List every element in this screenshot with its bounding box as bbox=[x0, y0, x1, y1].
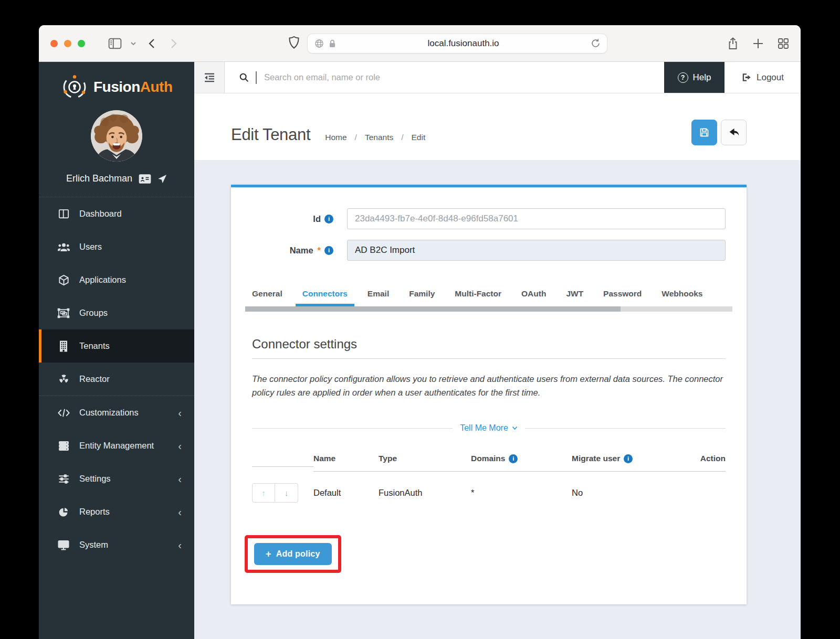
sign-out-icon bbox=[741, 72, 752, 82]
monitor-icon bbox=[57, 539, 70, 551]
zoom-window-button[interactable] bbox=[78, 40, 85, 47]
annotation-highlight-box: + Add policy bbox=[245, 535, 341, 573]
server-icon bbox=[57, 440, 70, 452]
info-icon[interactable]: i bbox=[324, 215, 333, 223]
tab-email[interactable]: Email bbox=[361, 285, 396, 306]
sidebar-item-applications[interactable]: Applications bbox=[39, 263, 194, 296]
content-area: Id i Name* i General Connectors bbox=[194, 160, 801, 639]
screen: local.fusionauth.io bbox=[0, 0, 840, 639]
fusionauth-logo-icon bbox=[62, 74, 87, 100]
minimize-window-button[interactable] bbox=[64, 40, 71, 47]
name-row: Name* i bbox=[252, 240, 726, 261]
table-cell-domains: * bbox=[471, 476, 572, 509]
help-button[interactable]: ? Help bbox=[664, 62, 724, 93]
tab-multi-factor[interactable]: Multi-Factor bbox=[448, 285, 508, 306]
help-label: Help bbox=[693, 72, 711, 83]
required-asterisk: * bbox=[318, 246, 321, 255]
table-header-migrate-user: Migrate user i bbox=[572, 446, 694, 472]
tab-family[interactable]: Family bbox=[402, 285, 442, 306]
address-bar[interactable]: local.fusionauth.io bbox=[307, 34, 607, 54]
sidebar-item-settings[interactable]: Settings ‹ bbox=[39, 462, 194, 495]
move-up-button[interactable]: ↑ bbox=[252, 483, 275, 503]
share-icon[interactable] bbox=[727, 37, 739, 50]
sidebar-item-customizations[interactable]: Customizations ‹ bbox=[39, 396, 194, 429]
breadcrumb-home[interactable]: Home bbox=[325, 133, 346, 142]
info-icon[interactable]: i bbox=[324, 246, 333, 255]
tab-overview-icon[interactable] bbox=[778, 38, 789, 49]
move-down-button[interactable]: ↓ bbox=[275, 483, 298, 503]
save-icon bbox=[699, 127, 710, 138]
question-circle-icon: ? bbox=[678, 72, 688, 83]
user-avatar[interactable] bbox=[91, 110, 142, 162]
undo-button[interactable] bbox=[721, 120, 747, 145]
tab-connectors[interactable]: Connectors bbox=[296, 285, 354, 306]
undo-arrow-icon bbox=[728, 127, 740, 138]
globe-icon bbox=[314, 38, 324, 49]
tenant-id-field[interactable] bbox=[347, 208, 726, 229]
logout-label: Logout bbox=[757, 72, 784, 83]
tell-me-more-divider: Tell Me More bbox=[252, 423, 726, 433]
outdent-icon bbox=[203, 71, 216, 83]
collapsed-chevron-icon: ‹ bbox=[178, 540, 182, 550]
sidebar-nav: Dashboard Users Applications Groups Tena… bbox=[39, 197, 194, 561]
info-icon[interactable]: i bbox=[509, 454, 518, 463]
groups-icon bbox=[57, 307, 70, 319]
id-row: Id i bbox=[252, 208, 726, 229]
collapsed-chevron-icon: ‹ bbox=[178, 408, 182, 418]
reload-icon[interactable] bbox=[591, 38, 601, 48]
divider-line bbox=[252, 428, 453, 429]
collapse-sidebar-button[interactable] bbox=[194, 62, 225, 93]
divider-line bbox=[525, 428, 726, 429]
sidebar-item-reports[interactable]: Reports ‹ bbox=[39, 495, 194, 528]
sliders-icon bbox=[57, 473, 70, 485]
tabs-scrollbar[interactable] bbox=[245, 306, 732, 312]
breadcrumb-tenants[interactable]: Tenants bbox=[365, 133, 393, 142]
tab-webhooks[interactable]: Webhooks bbox=[655, 285, 709, 306]
id-label: Id i bbox=[252, 214, 333, 224]
tab-general[interactable]: General bbox=[245, 285, 289, 306]
sidebar-item-groups[interactable]: Groups bbox=[39, 296, 194, 329]
forward-icon[interactable] bbox=[170, 38, 177, 49]
search-icon bbox=[238, 72, 249, 83]
sidebar-item-users[interactable]: Users bbox=[39, 230, 194, 263]
privacy-shield-icon[interactable] bbox=[288, 36, 300, 51]
sidebar-item-system[interactable]: System ‹ bbox=[39, 528, 194, 561]
info-icon[interactable]: i bbox=[624, 454, 633, 463]
tab-password[interactable]: Password bbox=[596, 285, 648, 306]
back-icon[interactable] bbox=[148, 38, 155, 49]
paper-plane-icon[interactable] bbox=[158, 174, 167, 184]
section-heading: Connector settings bbox=[252, 337, 726, 359]
new-tab-icon[interactable] bbox=[752, 38, 764, 49]
user-name: Erlich Bachman bbox=[66, 173, 132, 184]
collapsed-chevron-icon: ‹ bbox=[178, 474, 182, 484]
search-zone bbox=[225, 62, 664, 93]
tab-jwt[interactable]: JWT bbox=[559, 285, 590, 306]
search-input[interactable] bbox=[263, 72, 484, 83]
table-header-action: Action bbox=[694, 446, 726, 472]
tell-me-more-link[interactable]: Tell Me More bbox=[460, 423, 518, 433]
id-card-icon[interactable] bbox=[139, 174, 151, 184]
save-button[interactable] bbox=[691, 120, 717, 145]
sidebar-toggle-icon[interactable] bbox=[108, 38, 122, 49]
sidebar-item-tenants[interactable]: Tenants bbox=[39, 329, 194, 363]
table-header-name: Name bbox=[313, 446, 379, 472]
tenant-name-field[interactable] bbox=[347, 240, 726, 261]
applications-icon bbox=[57, 274, 70, 286]
table-cell-name: Default bbox=[313, 476, 379, 509]
tenant-tabs: General Connectors Email Family Multi-Fa… bbox=[245, 285, 726, 306]
fusionauth-logo[interactable]: FusionAuth bbox=[39, 62, 194, 100]
close-window-button[interactable] bbox=[50, 40, 58, 47]
sidebar-item-entity-management[interactable]: Entity Management ‹ bbox=[39, 429, 194, 462]
url-text[interactable]: local.fusionauth.io bbox=[337, 38, 591, 49]
chevron-down-icon bbox=[512, 426, 518, 430]
lock-icon bbox=[328, 39, 337, 48]
logout-button[interactable]: Logout bbox=[724, 62, 801, 93]
sidebar-item-dashboard[interactable]: Dashboard bbox=[39, 197, 194, 230]
chevron-down-icon[interactable] bbox=[130, 41, 136, 46]
sidebar-item-reactor[interactable]: Reactor bbox=[39, 363, 194, 396]
add-policy-button[interactable]: + Add policy bbox=[254, 543, 332, 565]
brand-text: FusionAuth bbox=[93, 79, 173, 95]
plus-icon: + bbox=[266, 549, 271, 559]
tab-oauth[interactable]: OAuth bbox=[514, 285, 553, 306]
scrollbar-thumb[interactable] bbox=[245, 306, 621, 312]
